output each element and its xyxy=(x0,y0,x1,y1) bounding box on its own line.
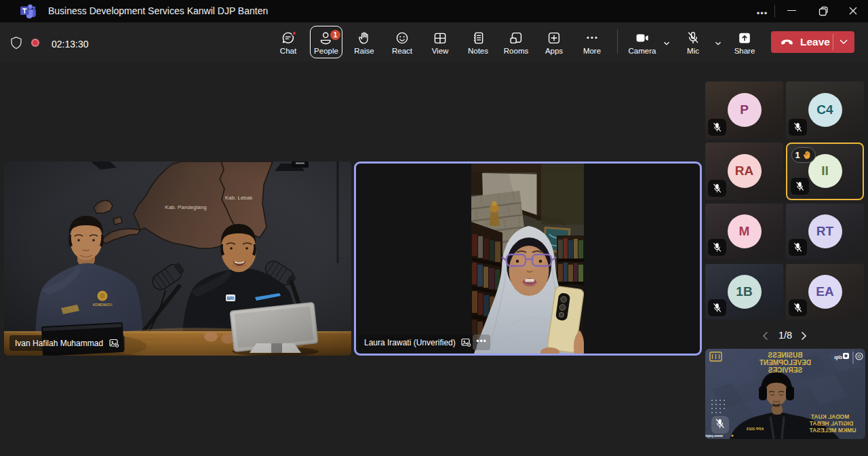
svg-text:BUSINESS: BUSINESS xyxy=(768,352,802,359)
svg-text:dip: dip xyxy=(834,354,842,360)
svg-text:KPP 2023: KPP 2023 xyxy=(747,427,764,431)
svg-text:MODAL KUAT: MODAL KUAT xyxy=(810,413,849,420)
svg-text:www.pajak.go.id: www.pajak.go.id xyxy=(705,434,724,438)
svg-text:DIGITAL HEBAT: DIGITAL HEBAT xyxy=(809,420,853,427)
svg-text:UMKM MELESAT: UMKM MELESAT xyxy=(809,427,856,434)
svg-text:DEVELOPMENT: DEVELOPMENT xyxy=(760,359,811,366)
